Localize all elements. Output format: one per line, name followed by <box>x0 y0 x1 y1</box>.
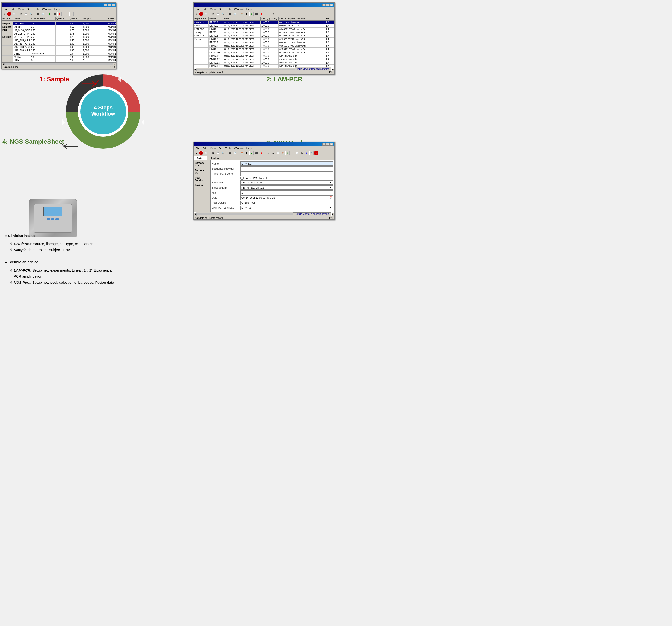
table-row[interactable]: 1st exp ET#42.4 Oct 1, 2013 12:00:00 AM … <box>194 31 334 34</box>
d-btn-11[interactable]: ▶ <box>249 151 254 155</box>
d-nav-next[interactable]: ➡ <box>271 151 275 155</box>
table-row[interactable]: LAM-PCR ET#42.3 Oct 1, 2013 12:00:00 AM … <box>194 28 334 31</box>
horizontal-scrollbar-left[interactable]: ◀ ▶ <box>2 62 116 65</box>
menu-tools-r[interactable]: Tools <box>224 7 233 11</box>
table-row[interactable]: Linear ET#42.2 Oct 1, 2013 12:00:00 AM C… <box>194 24 334 28</box>
scroll-left-d[interactable]: ◀ <box>194 212 196 216</box>
field-primerconc[interactable] <box>240 172 333 176</box>
r-toolbar-btn-5[interactable]: 💾 <box>216 12 220 16</box>
r-toolbar-btn-7[interactable]: ▦ <box>228 12 232 16</box>
tab-setup[interactable]: Setup <box>194 156 207 160</box>
d-btn-6[interactable]: 🔍 <box>220 151 225 155</box>
r-toolbar-btn-10[interactable]: ⬆ <box>244 12 249 16</box>
d-menu-edit[interactable]: Edit <box>201 147 209 150</box>
table-row[interactable]: ET#42.8 Oct 1, 2013 12:00:00 AM CEST 1,0… <box>194 44 334 48</box>
scroll-left-btn-r[interactable]: ◀ <box>194 68 196 71</box>
d-btn-13[interactable]: ⏹ <box>259 151 263 155</box>
field-name[interactable]: ET#45.1 <box>240 161 333 166</box>
toolbar-nav-next[interactable]: ➡ <box>69 12 74 16</box>
toolbar-btn-2[interactable]: ● <box>7 12 11 16</box>
details-close[interactable]: ✕ <box>330 143 333 146</box>
close-button-r[interactable]: ✕ <box>330 4 333 6</box>
menu-view[interactable]: View <box>17 7 25 11</box>
sidebar-fusion[interactable]: Fusion <box>194 183 210 187</box>
toolbar-btn-7[interactable]: ▦ <box>36 12 40 16</box>
sidebar-barcode-ltr[interactable]: BarcodeLTR <box>194 161 210 168</box>
scroll-right-d[interactable]: ▶ <box>332 212 334 216</box>
minimize-button-r[interactable]: _ <box>322 4 326 6</box>
d-btn-8[interactable]: 🔄 <box>233 151 237 155</box>
menu-go[interactable]: Go <box>25 7 32 11</box>
r-toolbar-btn-8[interactable]: 🔄 <box>233 12 237 16</box>
toolbar-btn-green2[interactable]: ⬛ <box>52 12 57 16</box>
table-row[interactable]: LAM-PCR ET#42.1 Oct 1, 2013 12:00:00 AM … <box>194 21 334 24</box>
r-toolbar-btn-3[interactable]: 🔲 <box>204 12 208 16</box>
toolbar-btn-8[interactable]: 🔄 <box>41 12 45 16</box>
horizontal-scrollbar-right[interactable]: ◀ ▶ Table view of inserted samples <box>194 68 334 71</box>
r-toolbar-btn-4[interactable]: ✕ <box>211 12 215 16</box>
d-btn-14[interactable]: 📋 <box>276 151 280 155</box>
table-row[interactable]: Sample U8_4L7_GFP 250 1.79 1,000 MONKEY … <box>2 35 116 39</box>
d-btn-2[interactable]: ● <box>199 151 203 155</box>
scroll-right-btn[interactable]: ▶ <box>113 63 116 65</box>
table-row[interactable]: U17_3L3_ARSA 250 1.69 1,000 MONKEY BRAIN… <box>2 46 116 49</box>
d-btn-3[interactable]: 🔲 <box>204 151 208 155</box>
menu-view-r[interactable]: View <box>209 7 217 11</box>
r-toolbar-btn-13[interactable]: ⏹ <box>259 12 263 16</box>
d-nav-prev[interactable]: ⬅ <box>266 151 270 155</box>
d-btn-5[interactable]: 💾 <box>216 151 220 155</box>
table-row[interactable]: LAM-PCR ET#42.5 Oct 1, 2013 12:00:00 AM … <box>194 34 334 37</box>
r-toolbar-btn-9[interactable]: 🏠 <box>240 12 244 16</box>
toolbar-btn-5[interactable]: 💾 <box>24 12 28 16</box>
sidebar-pool-details[interactable]: PoolDetails <box>194 176 210 183</box>
field-seqprovider[interactable] <box>240 167 333 171</box>
table-row[interactable]: CTRL- 767.0599999... 0.0 1,000 MONKEY BR… <box>2 52 116 56</box>
menu-help-r[interactable]: Help <box>245 7 254 11</box>
field-mix[interactable]: 1 <box>240 191 333 195</box>
d-btn-20[interactable]: ★ <box>305 151 309 155</box>
r-toolbar-btn-2[interactable]: ● <box>199 12 203 16</box>
menu-edit[interactable]: Edit <box>9 7 17 11</box>
toolbar-btn-3[interactable]: 🔲 <box>12 12 16 16</box>
d-btn-19[interactable]: 🗂 <box>300 151 304 155</box>
table-row[interactable]: U17_6L7_ARSA 250 1.62 1,000 MONKEY BRAIN… <box>2 42 116 46</box>
scroll-right-btn-r[interactable]: ▶ <box>332 68 334 71</box>
menu-help[interactable]: Help <box>53 7 62 11</box>
d-btn-7[interactable]: ▦ <box>228 151 232 155</box>
toolbar-btn-4[interactable]: ✕ <box>19 12 23 16</box>
d-menu-window[interactable]: Window <box>233 147 245 150</box>
menu-tools[interactable]: Tools <box>32 7 41 11</box>
table-row[interactable]: CEM4 100 0.0 1,000 MONKEY BRAIN LV TREAT… <box>2 56 116 59</box>
menu-file[interactable]: File <box>2 7 9 11</box>
minimize-button[interactable]: _ <box>104 4 107 6</box>
r-toolbar-btn-1[interactable]: ◀ <box>194 12 198 16</box>
r-toolbar-btn-11[interactable]: ▶ <box>249 12 254 16</box>
d-btn-10[interactable]: ⬆ <box>244 151 249 155</box>
table-row[interactable]: DNA U7_3L16_GFP 250 1.75 1,000 MONKEY BR… <box>2 29 116 32</box>
tab-fusion[interactable]: Fusion <box>208 156 222 160</box>
sidebar-barcode-lc[interactable]: BarcodeLC <box>194 168 210 175</box>
toolbar-btn-red2[interactable]: ⏹ <box>57 12 62 16</box>
details-minimize[interactable]: _ <box>322 143 326 146</box>
maximize-button[interactable]: □ <box>108 4 111 6</box>
calendar-icon[interactable]: 📅 <box>329 196 332 199</box>
table-row[interactable]: ET#42.7 Oct 1, 2013 12:00:00 AM CEST 1,0… <box>194 41 334 44</box>
select-barcodelc[interactable]: FB-P7-Rd2-LC.16 ▼ <box>240 180 333 185</box>
d-btn-15[interactable]: 🏠 <box>281 151 285 155</box>
r-toolbar-btn-6[interactable]: 🔍 <box>220 12 225 16</box>
scroll-left-btn[interactable]: ◀ <box>2 63 4 65</box>
d-btn-18[interactable]: 📄 <box>295 151 299 155</box>
close-button[interactable]: ✕ <box>112 4 115 6</box>
details-maximize[interactable]: □ <box>326 143 330 146</box>
r-toolbar-btn-12[interactable]: ⬛ <box>254 12 259 16</box>
table-row[interactable]: ET#42.13 Oct 1, 2013 12:00:00 AM CEST 1,… <box>194 61 334 65</box>
d-menu-file[interactable]: File <box>194 147 201 150</box>
d-menu-view[interactable]: View <box>209 147 217 150</box>
menu-window[interactable]: Window <box>41 7 53 11</box>
menu-file-r[interactable]: File <box>194 7 201 11</box>
field-pooldetails[interactable]: Gritti's Pool <box>240 201 333 205</box>
menu-edit-r[interactable]: Edit <box>201 7 209 11</box>
toolbar-btn-6[interactable]: 🔍 <box>28 12 33 16</box>
d-menu-tools[interactable]: Tools <box>224 147 233 150</box>
d-btn-16[interactable]: + <box>285 151 290 155</box>
